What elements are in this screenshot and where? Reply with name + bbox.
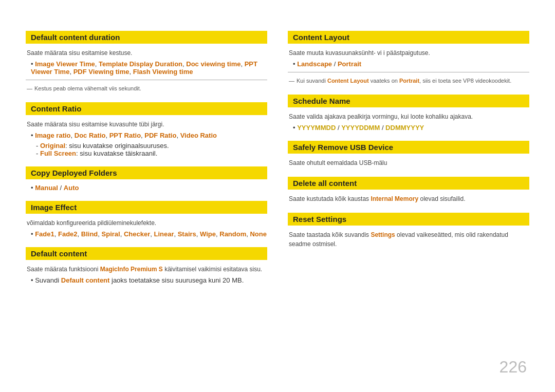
section-body-image-effect: võimaldab konfigureerida pildiüleminekul…: [26, 218, 267, 228]
section-reset-settings: Reset SettingsSaate taastada kõik suvand…: [288, 213, 529, 249]
right-column: Content LayoutSaate muuta kuvasuunaksünh…: [288, 31, 529, 284]
section-title-image-effect: Image Effect: [26, 201, 267, 214]
left-column: Default content durationSaate määrata si…: [26, 31, 267, 284]
bullet-list-default-content-duration: Image Viewer Time, Template Display Dura…: [26, 60, 267, 76]
bullet-list-content-layout: Landscape / Portrait: [288, 60, 529, 68]
list-item: Original: sisu kuvatakse originaalsuurus…: [36, 142, 267, 150]
section-body-delete-all-content: Saate kustutada kõik kaustas Internal Me…: [288, 194, 529, 203]
list-item: Landscape / Portrait: [293, 60, 529, 68]
section-note-default-content-duration: Kestus peab olema vähemalt viis sekundit…: [26, 84, 267, 93]
bullet-list-content-ratio: Image ratio, Doc Ratio, PPT Ratio, PDF R…: [26, 132, 267, 139]
list-item: Image Viewer Time, Template Display Dura…: [31, 60, 267, 76]
section-body-reset-settings: Saate taastada kõik suvandis Settings ol…: [288, 230, 529, 249]
section-title-copy-deployed-folders: Copy Deployed Folders: [26, 166, 267, 179]
bullet-list-default-content: Suvandi Default content jaoks toetatakse…: [26, 276, 267, 284]
section-title-reset-settings: Reset Settings: [288, 213, 529, 226]
section-title-safely-remove-usb: Safely Remove USB Device: [288, 141, 529, 154]
list-item: Image ratio, Doc Ratio, PPT Ratio, PDF R…: [31, 132, 267, 139]
section-safely-remove-usb: Safely Remove USB DeviceSaate ohutult ee…: [288, 141, 529, 167]
list-item: Manual / Auto: [31, 184, 267, 192]
section-title-schedule-name: Schedule Name: [288, 95, 529, 107]
section-body-safely-remove-usb: Saate ohutult eemaldada USB-mälu: [288, 158, 529, 167]
section-content-layout: Content LayoutSaate muuta kuvasuunaksünh…: [288, 31, 529, 85]
page-number: 226: [499, 358, 527, 377]
section-title-content-ratio: Content Ratio: [26, 102, 267, 115]
section-image-effect: Image Effectvõimaldab konfigureerida pil…: [26, 201, 267, 238]
bullet-list-image-effect: Fade1, Fade2, Blind, Spiral, Checker, Li…: [26, 230, 267, 238]
section-body-schedule-name: Saate valida ajakava pealkirja vormingu,…: [288, 112, 529, 121]
section-title-delete-all-content: Delete all content: [288, 177, 529, 190]
section-schedule-name: Schedule NameSaate valida ajakava pealki…: [288, 95, 529, 132]
list-item: Full Screen: sisu kuvatakse täiskraanil.: [36, 150, 267, 157]
section-default-content-duration: Default content durationSaate määrata si…: [26, 31, 267, 93]
section-title-default-content: Default content: [26, 247, 267, 260]
section-delete-all-content: Delete all contentSaate kustutada kõik k…: [288, 177, 529, 203]
list-item: YYYYMMDD / YYYYDDMM / DDMMYYYY: [293, 124, 529, 132]
section-default-content: Default contentSaate määrata funktsiooni…: [26, 247, 267, 284]
list-item: Fade1, Fade2, Blind, Spiral, Checker, Li…: [31, 230, 267, 238]
section-title-default-content-duration: Default content duration: [26, 31, 267, 44]
section-body-default-content: Saate määrata funktsiooni MagicInfo Prem…: [26, 265, 267, 274]
section-copy-deployed-folders: Copy Deployed FoldersManual / Auto: [26, 166, 267, 192]
list-item: Suvandi Default content jaoks toetatakse…: [31, 276, 267, 284]
section-body-content-layout: Saate muuta kuvasuunaksünht- vi i päästp…: [288, 48, 529, 58]
bullet-list-schedule-name: YYYYMMDD / YYYYDDMM / DDMMYYYY: [288, 124, 529, 132]
bullet-list-copy-deployed-folders: Manual / Auto: [26, 184, 267, 192]
section-content-ratio: Content RatioSaate määrata sisu esitamis…: [26, 102, 267, 157]
sub-bullet-list-content-ratio: Original: sisu kuvatakse originaalsuurus…: [26, 142, 267, 157]
section-body-default-content-duration: Saate määrata sisu esitamise kestuse.: [26, 48, 267, 58]
page-content: Default content durationSaate määrata si…: [0, 0, 555, 305]
section-title-content-layout: Content Layout: [288, 31, 529, 44]
section-note-content-layout: Kui suvandi Content Layout vaateks on Po…: [288, 77, 529, 85]
section-body-content-ratio: Saate määrata sisu esitamise kuvasuhte t…: [26, 120, 267, 129]
